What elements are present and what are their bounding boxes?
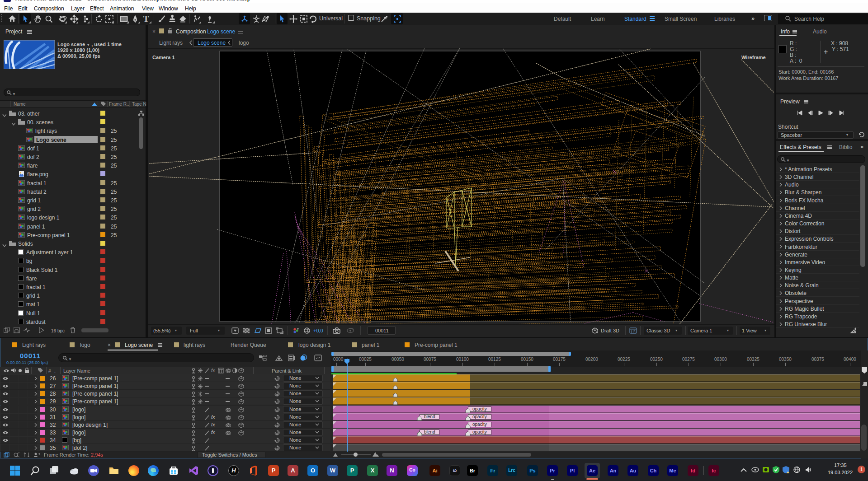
svg-text:T: T [143,14,149,23]
